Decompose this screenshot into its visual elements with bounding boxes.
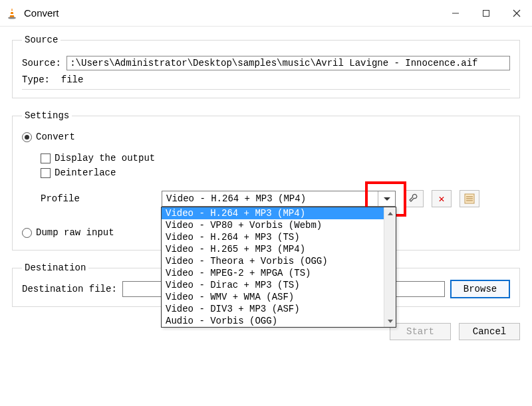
svg-rect-2 [10,14,14,15]
checkbox-indicator-icon [41,168,51,178]
vlc-cone-icon [5,7,19,20]
profile-option[interactable]: Video - Theora + Vorbis (OGG) [162,255,384,267]
scroll-down-icon[interactable] [384,315,396,327]
type-value: file [61,74,84,85]
svg-rect-5 [483,10,489,16]
dropdown-scrollbar[interactable] [384,207,396,327]
display-output-label: Display the output [55,153,155,163]
profile-option[interactable]: Video - H.265 + MP3 (MP4) [162,243,384,255]
settings-group: Settings Convert Display the output Dein… [12,110,520,251]
divider [22,89,510,90]
profile-option[interactable]: Video - WMV + WMA (ASF) [162,291,384,303]
radio-indicator-icon [22,132,32,142]
window-title: Convert [24,7,59,19]
svg-marker-0 [10,8,15,17]
display-output-checkbox[interactable]: Display the output [41,153,155,163]
titlebar: Convert [0,0,532,27]
maximize-button[interactable] [471,0,501,27]
svg-rect-1 [11,11,13,12]
deinterlace-checkbox[interactable]: Deinterlace [41,167,116,178]
profile-combobox[interactable]: Video - H.264 + MP3 (MP4) Video - H.264 … [162,191,396,207]
profile-label: Profile [41,193,154,204]
settings-legend: Settings [22,110,72,121]
profile-dropdown: Video - H.264 + MP3 (MP4)Video - VP80 + … [161,207,396,328]
edit-profile-button[interactable] [404,190,424,207]
close-button[interactable] [501,0,532,27]
checkbox-indicator-icon [41,153,51,163]
profile-option[interactable]: Video - MPEG-2 + MPGA (TS) [162,267,384,279]
source-label: Source: [22,58,66,68]
delete-profile-button[interactable]: ✕ [432,190,452,207]
profile-option[interactable]: Video - VP80 + Vorbis (Webm) [162,219,384,231]
delete-icon: ✕ [438,193,444,205]
wrench-icon [408,193,419,204]
radio-indicator-icon [22,228,32,238]
destination-legend: Destination [22,262,88,273]
dump-raw-label: Dump raw input [36,227,114,238]
deinterlace-label: Deinterlace [55,167,116,178]
browse-button[interactable]: Browse [450,280,510,298]
chevron-down-icon[interactable] [378,191,395,206]
minimize-button[interactable] [440,0,471,27]
profile-option[interactable]: Video - H.264 + MP3 (TS) [162,231,384,243]
source-group: Source Source: Type: file [12,35,520,98]
new-profile-button[interactable] [460,190,479,207]
destination-file-label: Destination file: [22,284,117,294]
svg-point-3 [8,17,16,19]
source-path-input[interactable] [66,56,510,70]
dump-raw-radio[interactable]: Dump raw input [22,227,114,238]
convert-radio[interactable]: Convert [22,132,75,142]
profile-option[interactable]: Video - Dirac + MP3 (TS) [162,279,384,291]
profile-option[interactable]: Video - H.264 + MP3 (MP4) [162,207,384,219]
type-label: Type: [22,74,61,85]
profile-option[interactable]: Video - DIV3 + MP3 (ASF) [162,303,384,315]
source-legend: Source [22,35,61,45]
convert-radio-label: Convert [36,132,75,142]
profile-option[interactable]: Audio - Vorbis (OGG) [162,315,384,327]
profile-selected: Video - H.264 + MP3 (MP4) [162,193,378,204]
scroll-up-icon[interactable] [384,207,396,219]
cancel-button[interactable]: Cancel [459,323,520,340]
list-edit-icon [464,193,475,204]
start-button[interactable]: Start [390,323,451,340]
